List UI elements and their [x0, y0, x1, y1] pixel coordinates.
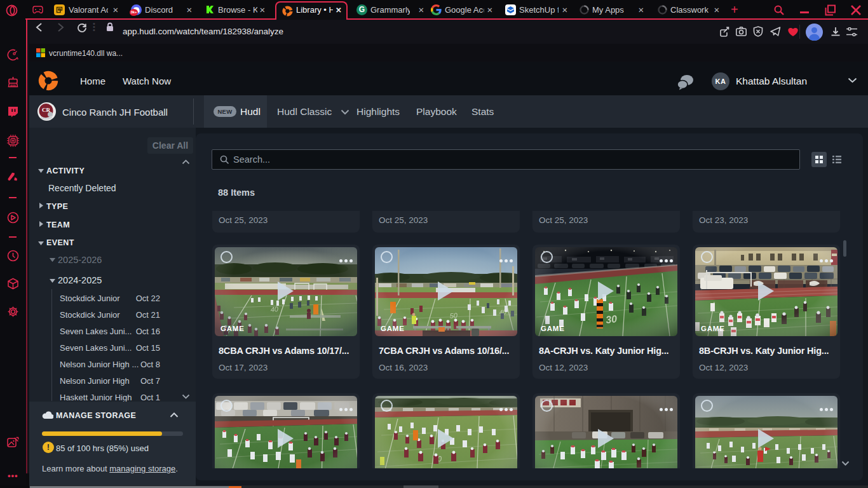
- svg-text:CR: CR: [42, 107, 50, 113]
